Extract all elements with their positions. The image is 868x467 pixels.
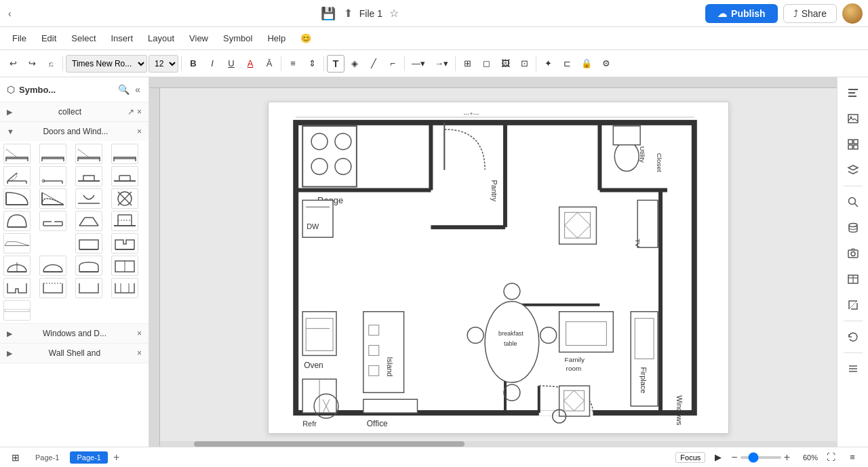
font-color-button[interactable]: A — [241, 56, 259, 71]
text-box-button[interactable]: T — [327, 55, 344, 73]
symbol-item[interactable] — [75, 233, 102, 253]
floor-plan-svg[interactable]: Range DW Pantry Utility Closet — [269, 102, 728, 433]
symbol-item[interactable] — [3, 256, 31, 276]
symbol-item[interactable] — [111, 188, 138, 209]
diagram-paper[interactable]: Range DW Pantry Utility Closet — [268, 102, 729, 434]
share-file-button[interactable]: ⬆ — [342, 5, 354, 21]
doors-close-button[interactable]: × — [137, 127, 142, 136]
symbol-item[interactable] — [39, 188, 66, 209]
menu-insert[interactable]: Insert — [104, 31, 140, 46]
crop-button[interactable]: ⊏ — [558, 56, 576, 71]
add-page-button[interactable]: + — [113, 451, 119, 464]
symbol-item[interactable] — [111, 278, 138, 298]
menu-file[interactable]: File — [5, 31, 33, 46]
scrollbar-thumb[interactable] — [194, 441, 465, 447]
fill-button[interactable]: ◈ — [346, 56, 363, 71]
avatar[interactable] — [842, 3, 863, 24]
symbol-item[interactable] — [39, 256, 66, 276]
symbol-item[interactable] — [111, 233, 138, 253]
resize-panel-button[interactable] — [842, 293, 865, 317]
symbol-item[interactable] — [75, 278, 102, 298]
symbol-item[interactable] — [3, 144, 31, 164]
image-panel-button[interactable] — [842, 107, 865, 130]
symbol-item[interactable] — [3, 211, 31, 231]
symbol-item[interactable] — [75, 144, 102, 164]
symbol-item[interactable] — [39, 211, 66, 231]
collect-close-button[interactable]: × — [137, 107, 142, 117]
shadow-button[interactable]: ◻ — [477, 56, 495, 71]
symbol-item[interactable] — [75, 166, 102, 186]
format-panel-button[interactable] — [842, 81, 865, 104]
menu-view[interactable]: View — [182, 31, 215, 46]
menu-help[interactable]: Help — [260, 31, 292, 46]
wall-section-header[interactable]: ▶ Wall Shell and × — [0, 344, 149, 363]
symbol-item[interactable] — [3, 188, 31, 209]
symbol-item[interactable] — [3, 300, 31, 321]
collect-section-header[interactable]: ▶ collect ↗ × — [0, 102, 149, 121]
symbol-item[interactable] — [75, 256, 102, 276]
connector-button[interactable]: ⌐ — [384, 56, 401, 71]
database-panel-button[interactable] — [842, 216, 865, 239]
menu-emoji[interactable]: 😊 — [294, 31, 318, 46]
symbol-item[interactable] — [75, 211, 102, 231]
page-tab-inactive[interactable]: Page-1 — [30, 451, 64, 464]
symbol-item[interactable] — [111, 144, 138, 164]
focus-button[interactable]: Focus — [675, 452, 705, 463]
undo-button[interactable]: ↩ — [4, 56, 22, 71]
expand-button[interactable]: ⊡ — [515, 56, 533, 71]
sidebar-search-button[interactable]: 🔍 — [117, 83, 131, 96]
arrow-style-button[interactable]: →▾ — [431, 56, 452, 71]
symbol-item[interactable] — [3, 278, 31, 298]
symbol-item[interactable] — [3, 233, 31, 253]
doors-section-header[interactable]: ▼ Doors and Wind... × — [0, 122, 149, 141]
fullscreen-button[interactable]: ⛶ — [822, 449, 840, 465]
history-panel-button[interactable] — [842, 325, 865, 348]
menu-edit[interactable]: Edit — [35, 31, 63, 46]
redo-button[interactable]: ↪ — [23, 56, 41, 71]
zoom-in-button[interactable]: + — [784, 451, 790, 464]
table-panel-button[interactable] — [842, 268, 865, 291]
grid-panel-button[interactable] — [842, 133, 865, 156]
align-button[interactable]: ≡ — [284, 56, 302, 71]
zoom-out-button[interactable]: − — [731, 451, 737, 464]
font-family-select[interactable]: Times New Ro... — [66, 55, 147, 73]
menu-panel-button[interactable] — [842, 357, 865, 380]
publish-button[interactable]: ☁ Publish — [705, 4, 778, 23]
italic-button[interactable]: I — [203, 56, 221, 71]
layout-toggle-button[interactable]: ⊞ — [7, 449, 24, 466]
windows-close-button[interactable]: × — [137, 329, 142, 338]
menu-symbol[interactable]: Symbol — [216, 31, 259, 46]
symbol-item[interactable] — [111, 256, 138, 276]
bold-button[interactable]: B — [184, 56, 202, 71]
star-button[interactable]: ☆ — [388, 5, 400, 21]
line-style-button[interactable]: —▾ — [408, 56, 429, 71]
symbol-item[interactable] — [75, 188, 102, 209]
format-clear-button[interactable]: ⎌ — [42, 57, 60, 70]
menu-select[interactable]: Select — [64, 31, 102, 46]
zoom-slider[interactable] — [741, 456, 781, 459]
play-button[interactable]: ▶ — [709, 449, 727, 465]
layers-panel-button[interactable] — [842, 159, 865, 182]
symbol-item[interactable] — [111, 166, 138, 186]
symbol-item[interactable] — [39, 166, 66, 186]
canvas-area[interactable]: Range DW Pantry Utility Closet — [149, 77, 837, 447]
line-button[interactable]: ╱ — [365, 56, 382, 71]
symbol-item[interactable] — [111, 211, 138, 231]
align-v-button[interactable]: ⇕ — [303, 56, 321, 71]
back-button[interactable]: ‹ — [5, 7, 14, 20]
active-page-tab[interactable]: Page-1 — [70, 451, 107, 464]
wall-close-button[interactable]: × — [137, 348, 142, 358]
arrange-button[interactable]: ⊞ — [458, 56, 476, 71]
tools-button[interactable]: ⚙ — [597, 56, 615, 71]
underline-button[interactable]: U — [222, 56, 240, 71]
strikethrough-button[interactable]: Ā — [260, 56, 278, 71]
windows-section-header[interactable]: ▶ Windows and D... × — [0, 324, 149, 343]
magic-button[interactable]: ✦ — [539, 56, 557, 71]
share-button[interactable]: ⤴ Share — [783, 4, 837, 23]
horizontal-scrollbar[interactable] — [160, 441, 837, 447]
search-panel-button[interactable] — [842, 190, 865, 214]
symbol-item[interactable] — [39, 144, 66, 164]
symbol-item[interactable] — [3, 166, 31, 186]
menu-layout[interactable]: Layout — [141, 31, 181, 46]
symbol-item[interactable] — [39, 278, 66, 298]
